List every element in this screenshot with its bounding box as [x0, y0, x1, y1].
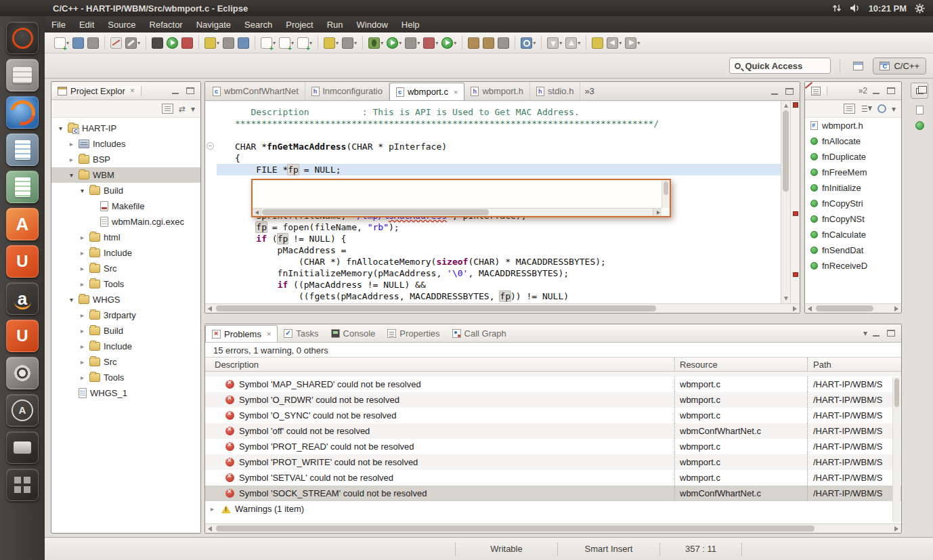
tree-item-includes[interactable]: ▸Includes — [51, 136, 200, 152]
expand-arrow-icon[interactable]: ▸ — [79, 234, 86, 241]
link-with-editor-icon[interactable]: ⇄ — [179, 105, 186, 113]
dropdown-arrow-icon[interactable]: ▾ — [637, 40, 640, 46]
view-menu-icon[interactable]: ▾ — [863, 329, 867, 337]
dropdown-arrow-icon[interactable]: ▾ — [381, 40, 383, 46]
view-menu-icon[interactable]: ▾ — [191, 105, 195, 113]
search-c-elements-icon[interactable]: ▾ — [341, 35, 358, 51]
tree-item-build[interactable]: ▸Build — [51, 323, 200, 339]
scroll-left-icon[interactable] — [808, 306, 812, 311]
scrollbar-thumb[interactable] — [216, 525, 815, 532]
problem-row[interactable]: Symbol 'O_RDWR' could not be resolvedwbm… — [205, 392, 901, 408]
outline-horizontal-scrollbar[interactable] — [805, 303, 901, 313]
close-icon[interactable]: × — [454, 88, 458, 96]
tree-item-tools[interactable]: ▸Tools — [51, 370, 200, 385]
tree-item-makefile[interactable]: Makefile — [51, 198, 200, 214]
warnings-group-row[interactable]: ▸ Warnings (1 item) — [205, 501, 901, 517]
tooltip-vertical-scrollbar[interactable] — [661, 180, 670, 208]
maximize-icon[interactable] — [885, 328, 897, 338]
minimize-icon[interactable] — [768, 87, 781, 96]
libreoffice-calc-launcher-icon[interactable] — [6, 171, 39, 203]
dropdown-arrow-icon[interactable]: ▾ — [137, 40, 140, 46]
problem-row[interactable]: Symbol 'off' could not be resolvedwbmCon… — [205, 423, 901, 439]
new-icon[interactable]: ▾ — [53, 35, 70, 51]
build-icon[interactable]: ▾ — [124, 35, 142, 51]
expand-arrow-icon[interactable]: ▸ — [79, 280, 86, 288]
error-marker[interactable] — [793, 272, 798, 277]
maximize-icon[interactable] — [184, 86, 196, 95]
minimize-icon[interactable] — [870, 86, 882, 95]
editor-tab-stdio-h[interactable]: stdio.h — [530, 82, 580, 100]
view-tab-call-graph[interactable]: Call Graph — [446, 324, 513, 342]
view-menu-icon[interactable]: ▾ — [892, 105, 896, 113]
toggle-mark-occurrences-icon[interactable]: ▾ — [322, 35, 340, 51]
workspace-switcher-launcher-icon[interactable] — [6, 469, 39, 501]
outline-item-fninitialize[interactable]: fnInitialize — [805, 180, 901, 196]
problem-row[interactable]: Symbol 'MAP_SHARED' could not be resolve… — [205, 376, 901, 392]
column-header-description[interactable]: Description — [205, 358, 675, 371]
outline-item-wbmport-h[interactable]: wbmport.h — [805, 118, 901, 133]
problem-row[interactable]: Symbol 'SETVAL' could not be resolvedwbm… — [205, 470, 901, 486]
view-tab-problems[interactable]: Problems× — [205, 325, 278, 342]
scroll-right-icon[interactable] — [894, 306, 898, 311]
amazon-launcher-icon[interactable] — [6, 282, 39, 315]
dropdown-arrow-icon[interactable]: ▾ — [435, 40, 438, 46]
sort-icon[interactable] — [861, 104, 872, 114]
toggle-skip-breakpoints-icon[interactable] — [109, 35, 123, 51]
expand-arrow-icon[interactable]: ▸ — [68, 140, 75, 148]
menu-refactor[interactable]: Refactor — [143, 18, 190, 32]
tree-item-hart-ip[interactable]: ▾HART-IP — [51, 121, 200, 136]
minimized-view-icon[interactable] — [915, 121, 924, 130]
expand-arrow-icon[interactable]: ▸ — [79, 265, 86, 272]
menu-navigate[interactable]: Navigate — [190, 18, 238, 32]
tree-item-3rdparty[interactable]: ▸3rdparty — [51, 307, 200, 323]
scroll-right-icon[interactable] — [653, 209, 661, 216]
run-icon[interactable]: ▾ — [385, 35, 403, 51]
project-explorer-tab[interactable]: Project Explor × — [51, 86, 142, 96]
tooltip-scrollbar[interactable] — [253, 208, 661, 216]
run-last-external-icon[interactable] — [165, 35, 179, 51]
scrollbar-thumb[interactable] — [894, 379, 899, 407]
outline-item-fnallocate[interactable]: fnAllocate — [805, 133, 901, 149]
dropdown-arrow-icon[interactable]: ▾ — [336, 40, 339, 46]
firefox-launcher-icon[interactable] — [6, 96, 39, 129]
close-icon[interactable]: × — [267, 330, 271, 338]
system-settings-launcher-icon[interactable] — [6, 357, 39, 389]
scrollbar-thumb[interactable] — [216, 305, 656, 311]
back-icon[interactable]: ▾ — [605, 35, 623, 51]
step-instruction-icon[interactable] — [236, 35, 251, 51]
expand-arrow-icon[interactable]: ▸ — [79, 374, 86, 381]
dropdown-arrow-icon[interactable]: ▾ — [533, 40, 536, 46]
tab-overflow-indicator[interactable]: »3 — [584, 86, 594, 96]
code-coverage-icon[interactable]: ▾ — [422, 35, 439, 51]
session-gear-icon[interactable] — [915, 3, 925, 14]
collapse-arrow-icon[interactable]: ▾ — [57, 125, 64, 132]
dropdown-arrow-icon[interactable]: ▾ — [578, 40, 580, 46]
dropdown-arrow-icon[interactable]: ▾ — [354, 40, 357, 46]
error-marker[interactable] — [793, 211, 798, 216]
menu-search[interactable]: Search — [238, 18, 279, 32]
outline-item-fncopystri[interactable]: fnCopyStri — [805, 196, 901, 211]
collapse-all-icon[interactable] — [844, 104, 855, 114]
view-tab-properties[interactable]: Properties — [381, 324, 446, 342]
filter-icon[interactable] — [877, 104, 886, 113]
view-tab-console[interactable]: Console — [325, 324, 382, 342]
tree-item-wbm[interactable]: ▾WBM — [51, 167, 200, 183]
view-tab-tasks[interactable]: Tasks — [278, 324, 324, 342]
external-tools-icon[interactable]: ▾ — [440, 35, 458, 51]
libreoffice-writer-launcher-icon[interactable] — [6, 133, 39, 166]
menu-run[interactable]: Run — [320, 18, 350, 32]
ubuntu-one-music-launcher-icon[interactable] — [6, 320, 39, 352]
outline-tab[interactable] — [805, 87, 827, 95]
dropdown-arrow-icon[interactable]: ▾ — [417, 40, 420, 46]
tree-item-src[interactable]: ▸Src — [51, 261, 200, 276]
cpp-perspective-button[interactable]: C/C++ — [873, 58, 926, 74]
editor-tab-wbmport-c[interactable]: wbmport.c× — [389, 83, 464, 100]
menu-source[interactable]: Source — [101, 18, 142, 32]
restore-views-button[interactable] — [911, 83, 928, 99]
collapse-arrow-icon[interactable]: ▾ — [79, 187, 86, 194]
scrollbar-thumb[interactable] — [262, 209, 489, 215]
expand-arrow-icon[interactable]: ▸ — [211, 505, 217, 513]
menu-file[interactable]: File — [45, 18, 72, 32]
software-updater-launcher-icon[interactable] — [6, 394, 39, 427]
scrollbar-thumb[interactable] — [816, 305, 873, 311]
